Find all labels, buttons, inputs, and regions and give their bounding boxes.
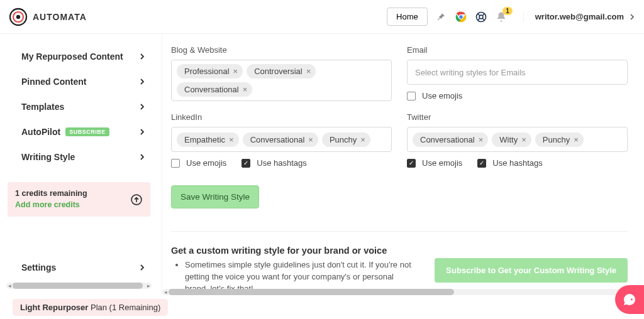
tag-chip: Empathetic× bbox=[177, 132, 239, 147]
tag-chip: Controversial× bbox=[247, 64, 316, 78]
tag-label: Controversial bbox=[254, 67, 303, 76]
placeholder-text: Select writing styles for Emails bbox=[415, 68, 526, 77]
credits-panel: 1 credits remaining Add more credits bbox=[8, 182, 150, 217]
tag-remove-icon[interactable]: × bbox=[360, 135, 365, 144]
email-use-emojis-checkbox[interactable]: Use emojis bbox=[407, 91, 462, 100]
sidebar-item-label: Settings bbox=[21, 262, 56, 273]
section-linkedin: LinkedIn Empathetic× Conversational× Pun… bbox=[171, 112, 392, 168]
sidebar-item-writing-style[interactable]: Writing Style bbox=[3, 144, 155, 170]
sidebar-item-label: My Repurposed Content bbox=[21, 51, 123, 62]
sidebar-item-label: Templates bbox=[21, 102, 64, 112]
tag-remove-icon[interactable]: × bbox=[574, 135, 579, 144]
chrome-icon[interactable] bbox=[454, 10, 468, 24]
custom-style-cta: Get a custom writing style for your bran… bbox=[171, 231, 628, 295]
tag-label: Conversational bbox=[420, 135, 475, 144]
section-twitter: Twitter Conversational× Witty× Punchy× U… bbox=[407, 112, 628, 168]
plan-pill[interactable]: Light Repurposer Plan (1 Remaining) bbox=[13, 299, 168, 316]
section-blog: Blog & Website Professional× Controversi… bbox=[171, 45, 392, 101]
pin-icon[interactable] bbox=[434, 10, 448, 24]
tag-remove-icon[interactable]: × bbox=[521, 135, 526, 144]
linkedin-use-emojis-checkbox[interactable]: Use emojis bbox=[171, 158, 226, 168]
svg-point-2 bbox=[16, 14, 20, 18]
tag-chip: Conversational× bbox=[243, 132, 318, 147]
chevron-right-icon bbox=[139, 154, 145, 160]
notifications-bell-icon[interactable]: 1 bbox=[494, 10, 508, 24]
tag-remove-icon[interactable]: × bbox=[308, 135, 313, 144]
tag-label: Professional bbox=[184, 67, 230, 76]
checkbox-label: Use hashtags bbox=[492, 158, 543, 168]
sidebar-scrollbar[interactable]: ◂ ▸ bbox=[6, 283, 152, 289]
chevron-right-icon bbox=[139, 264, 145, 271]
tag-remove-icon[interactable]: × bbox=[479, 135, 484, 144]
chevron-right-icon bbox=[629, 14, 635, 20]
tag-chip: Professional× bbox=[177, 64, 243, 78]
tag-label: Empathetic bbox=[184, 135, 225, 144]
help-lifebuoy-icon[interactable] bbox=[474, 10, 488, 24]
tag-label: Punchy bbox=[543, 135, 570, 144]
tag-label: Punchy bbox=[330, 135, 357, 144]
topbar: AUTOMATA Home 1 writor.web@gmail.com bbox=[0, 0, 644, 34]
sidebar-item-label: AutoPilot bbox=[21, 127, 60, 137]
sidebar-item-my-repurposed-content[interactable]: My Repurposed Content bbox=[3, 44, 155, 69]
user-email: writor.web@gmail.com bbox=[535, 12, 624, 21]
brand-name: AUTOMATA bbox=[33, 12, 87, 22]
home-button[interactable]: Home bbox=[387, 8, 428, 26]
plan-status-bar: Light Repurposer Plan (1 Remaining) bbox=[0, 295, 644, 319]
brand-logo[interactable]: AUTOMATA bbox=[9, 8, 87, 26]
chat-bubble-icon bbox=[622, 292, 637, 307]
tag-label: Witty bbox=[499, 135, 518, 144]
sidebar-item-autopilot[interactable]: AutoPilot SUBSCRIBE bbox=[3, 119, 155, 144]
tag-remove-icon[interactable]: × bbox=[229, 135, 234, 144]
user-menu[interactable]: writor.web@gmail.com bbox=[523, 12, 635, 21]
chat-fab-button[interactable] bbox=[615, 285, 644, 314]
content-area: Blog & Website Professional× Controversi… bbox=[162, 34, 644, 295]
twitter-use-hashtags-checkbox[interactable]: Use hashtags bbox=[477, 158, 543, 168]
tag-remove-icon[interactable]: × bbox=[233, 67, 238, 76]
section-email: Email Select writing styles for Emails U… bbox=[407, 45, 628, 101]
svg-point-7 bbox=[479, 15, 483, 19]
svg-point-9 bbox=[631, 299, 633, 301]
tag-chip: Conversational× bbox=[177, 82, 252, 97]
chevron-right-icon bbox=[139, 78, 145, 85]
subscribe-badge: SUBSCRIBE bbox=[65, 127, 109, 136]
email-tags-input[interactable]: Select writing styles for Emails bbox=[407, 60, 628, 85]
checkbox-label: Use emojis bbox=[422, 158, 462, 168]
linkedin-use-hashtags-checkbox[interactable]: Use hashtags bbox=[242, 158, 307, 168]
sidebar-item-label: Writing Style bbox=[21, 152, 75, 162]
section-title: LinkedIn bbox=[171, 112, 392, 122]
tag-chip: Witty× bbox=[492, 132, 531, 147]
chevron-right-icon bbox=[139, 104, 145, 110]
twitter-use-emojis-checkbox[interactable]: Use emojis bbox=[407, 158, 462, 168]
sidebar-item-pinned-content[interactable]: Pinned Content bbox=[3, 69, 155, 94]
section-title: Email bbox=[407, 45, 628, 55]
tag-chip: Punchy× bbox=[535, 132, 584, 147]
sidebar-item-templates[interactable]: Templates bbox=[3, 94, 155, 119]
tag-remove-icon[interactable]: × bbox=[306, 67, 311, 76]
plan-name: Light Repurposer bbox=[20, 303, 88, 312]
add-credits-link[interactable]: Add more credits bbox=[15, 200, 87, 211]
sidebar-item-settings[interactable]: Settings bbox=[3, 255, 155, 280]
save-writing-style-button[interactable]: Save Writing Style bbox=[171, 185, 259, 208]
checkbox-label: Use hashtags bbox=[257, 158, 307, 168]
section-title: Blog & Website bbox=[171, 45, 392, 55]
twitter-tags-input[interactable]: Conversational× Witty× Punchy× bbox=[407, 127, 628, 152]
sidebar-item-label: Pinned Content bbox=[21, 77, 86, 87]
scroll-left-icon: ◂ bbox=[162, 289, 169, 295]
tag-remove-icon[interactable]: × bbox=[243, 85, 248, 94]
plan-suffix: Plan (1 Remaining) bbox=[88, 303, 160, 312]
checkbox-label: Use emojis bbox=[422, 91, 462, 100]
scroll-right-icon: ▸ bbox=[145, 283, 152, 289]
tag-label: Conversational bbox=[184, 85, 239, 94]
upgrade-arrow-icon[interactable] bbox=[130, 193, 143, 206]
checkbox-label: Use emojis bbox=[186, 158, 226, 168]
tag-chip: Punchy× bbox=[322, 132, 370, 147]
scroll-left-icon: ◂ bbox=[6, 283, 13, 289]
subscribe-custom-style-button[interactable]: Subscribe to Get your Custom Writing Sty… bbox=[435, 258, 628, 283]
chevron-right-icon bbox=[139, 53, 145, 60]
content-scrollbar[interactable]: ◂ ▸ bbox=[162, 289, 638, 295]
blog-tags-input[interactable]: Professional× Controversial× Conversatio… bbox=[171, 60, 392, 101]
credits-remaining-text: 1 credits remaining bbox=[15, 188, 87, 200]
cta-title: Get a custom writing style for your bran… bbox=[171, 246, 416, 256]
tag-chip: Conversational× bbox=[413, 132, 488, 147]
linkedin-tags-input[interactable]: Empathetic× Conversational× Punchy× bbox=[171, 127, 392, 152]
